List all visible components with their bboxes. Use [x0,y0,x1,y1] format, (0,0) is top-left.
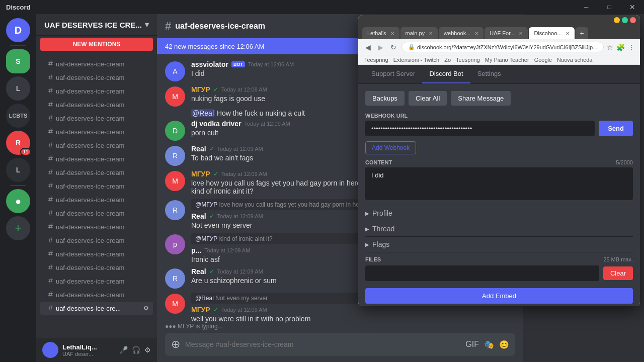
webhook-action-buttons: Backups Clear All Share Message [365,91,633,106]
bookmark-item[interactable]: Teespring [364,57,388,63]
channel-item[interactable]: #uaf-deserves-ice-cream [40,112,153,125]
browser-tab-active[interactable]: Discohoo... ✕ [529,27,575,39]
new-mentions-button[interactable]: NEW MENTIONS [40,38,153,51]
forward-button[interactable]: ▶ [376,42,385,52]
file-input[interactable] [365,265,599,281]
message-input[interactable] [185,340,460,348]
server-icon-4[interactable]: R 11 [6,131,30,155]
channel-item[interactable]: #uaf-deserves-ice-cream [40,84,153,98]
bookmark-item[interactable]: Google [534,57,552,63]
channel-item[interactable]: #uaf-deserves-ice-cream [40,234,153,247]
mute-icon[interactable]: 🎤 [119,346,128,354]
username: LethalLiq... [62,343,115,351]
browser-tab[interactable]: UAF For... ✕ [485,27,528,39]
content-textarea[interactable]: I did [365,167,633,200]
add-webhook-button[interactable]: Add Webhook [365,141,416,154]
server-icon-1[interactable]: S [6,49,30,73]
profile-section-toggle[interactable]: ▶ Profile [365,206,633,221]
channel-item[interactable]: #uaf-deserves-ice-cream [40,288,153,301]
server-icon-6[interactable]: ● [6,189,30,213]
channel-item[interactable]: #uaf-deserves-ice-cream [40,275,153,288]
share-message-button[interactable]: Share Message [451,91,511,106]
thread-section-toggle[interactable]: ▶ Thread [365,221,633,237]
minimize-button[interactable]: ─ [575,0,598,14]
app-name: Discord [6,4,30,11]
reload-button[interactable]: ↻ [388,42,398,52]
emoji-button[interactable]: 😊 [499,340,509,349]
avatar: М [165,294,185,314]
bookmark-button[interactable]: ☆ [607,43,613,51]
new-tab-button[interactable]: + [576,27,588,39]
browser-tab[interactable]: Lethal's ✕ [362,27,399,39]
settings-tab[interactable]: Settings [470,65,508,83]
message-time: Today at 12:09 AM [217,268,263,275]
channel-item[interactable]: #uaf-deserves-ice-cream [40,166,153,179]
chat-input-area: ⊕ GIF 🎭 😊 [157,333,523,362]
add-embed-button[interactable]: Add Embed [365,288,633,304]
close-tab-icon[interactable]: ✕ [390,31,394,36]
send-button[interactable]: Send [599,121,633,136]
maximize-button[interactable]: □ [598,0,621,14]
channel-item[interactable]: #uaf-deserves-ice-cream [40,139,153,152]
server-name-header[interactable]: UAF DESERVES ICE CRE... ▾ [36,14,157,36]
close-button[interactable]: ✕ [621,0,644,14]
message-author: p... [191,246,201,254]
bookmarks-bar: Teespring Extensioni - Twitch Zo Teespri… [358,55,640,65]
channel-item[interactable]: #uaf-deserves-ice-cream [40,220,153,233]
user-status: UAF deser... [62,351,115,357]
server-icon-home[interactable]: D [6,18,30,42]
channel-sidebar: UAF DESERVES ICE CRE... ▾ NEW MENTIONS #… [36,14,157,362]
add-server-button[interactable]: + [6,216,30,240]
flags-section-toggle[interactable]: ▶ Flags [365,237,633,252]
back-button[interactable]: ◀ [363,42,373,52]
sticker-button[interactable]: 🎭 [484,340,494,349]
bookmark-item[interactable]: Extensioni - Twitch [393,57,440,63]
clear-files-button[interactable]: Clear [603,266,633,280]
browser-settings-button[interactable]: ⋮ [628,43,635,51]
discord-bot-tab[interactable]: Discord Bot [422,65,470,83]
close-tab-icon[interactable]: ✕ [474,31,478,36]
bookmark-item[interactable]: Nuova scheda [557,57,592,63]
close-tab-icon[interactable]: ✕ [429,31,433,36]
channel-item[interactable]: #uaf-deserves-ice-cream [40,207,153,220]
server-icon-3[interactable]: LCBTS [6,104,30,128]
channel-item[interactable]: #uaf-deserves-ice-cream [40,71,153,84]
user-avatar [42,342,58,358]
url-bar[interactable]: 🔒 discohook.org/?data=eyJtZXNzYWdlcyI6W3… [401,42,604,52]
browser-maximize-button[interactable] [622,17,628,23]
server-icon-5[interactable]: L [6,158,30,182]
clear-all-button[interactable]: Clear All [409,91,447,106]
avatar: R [165,268,185,289]
channel-item[interactable]: #uaf-deserves-ice-cream [40,193,153,206]
bookmark-item[interactable]: Zo [444,57,451,63]
extension-button[interactable]: 🧩 [616,43,625,51]
close-tab-icon[interactable]: ✕ [519,31,523,36]
bookmark-item[interactable]: Teespring [456,57,480,63]
channel-item-active[interactable]: #uaf-deserves-ice-cre... ⚙ [40,302,153,315]
add-content-button[interactable]: ⊕ [171,338,180,351]
channel-settings-icon[interactable]: ⚙ [143,305,149,312]
gif-button[interactable]: GIF [465,340,479,349]
channel-item[interactable]: #uaf-deserves-ice-cream [40,261,153,274]
channel-item[interactable]: #uaf-deserves-ice-cream [40,247,153,260]
browser-minimize-button[interactable] [614,17,620,23]
deafen-icon[interactable]: 🎧 [132,346,140,354]
server-icon-2[interactable]: L [6,76,30,101]
webhook-url-input[interactable] [365,121,595,136]
channel-item[interactable]: #uaf-deserves-ice-cream [40,152,153,165]
close-active-tab-icon[interactable]: ✕ [566,31,570,36]
channel-item[interactable]: #uaf-deserves-ice-cream [40,125,153,138]
browser-close-button[interactable] [630,17,636,23]
lock-icon: 🔒 [408,44,415,50]
channel-item[interactable]: #uaf-deserves-ice-cream [40,57,153,70]
backups-button[interactable]: Backups [365,91,405,106]
avatar: М [165,171,185,191]
channel-item[interactable]: #uaf-deserves-ice-cream [40,179,153,193]
browser-window-controls [358,15,640,25]
browser-tab[interactable]: webhook... ✕ [439,27,484,39]
support-server-tab[interactable]: Support Server [364,65,422,83]
channel-item[interactable]: #uaf-deserves-ice-cream [40,98,153,111]
bookmark-item[interactable]: My Piano Teacher [485,57,529,63]
settings-icon[interactable]: ⚙ [144,346,151,354]
browser-tab[interactable]: main.py ✕ [400,27,438,39]
